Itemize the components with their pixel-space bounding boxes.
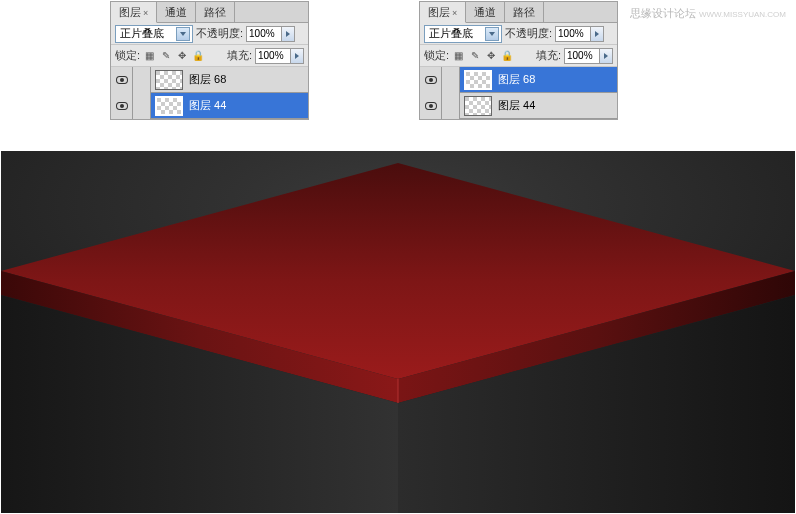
- lock-all-icon[interactable]: 🔒: [500, 49, 513, 62]
- lock-icons: ▦ ✎ ✥ 🔒: [452, 49, 513, 62]
- eye-icon: [116, 76, 128, 84]
- close-icon[interactable]: ×: [143, 8, 148, 18]
- layer-row[interactable]: 图层 44: [420, 93, 617, 119]
- opacity-label: 不透明度:: [196, 26, 243, 41]
- opacity-input[interactable]: 100%: [555, 26, 604, 42]
- link-column[interactable]: [442, 67, 460, 93]
- panel-tabs: 图层× 通道 路径: [111, 2, 308, 23]
- layer-row[interactable]: 图层 68: [420, 67, 617, 93]
- panel-tabs: 图层× 通道 路径: [420, 2, 617, 23]
- link-column[interactable]: [133, 67, 151, 93]
- tab-channels[interactable]: 通道: [157, 2, 196, 22]
- chevron-down-icon: [176, 27, 190, 41]
- blend-mode-select[interactable]: 正片叠底: [424, 25, 502, 43]
- fill-input[interactable]: 100%: [564, 48, 613, 64]
- fill-label: 填充:: [227, 48, 252, 63]
- layer-thumbnail[interactable]: [464, 70, 492, 90]
- layer-thumbnail[interactable]: [155, 70, 183, 90]
- layer-name: 图层 68: [187, 72, 226, 87]
- fill-input[interactable]: 100%: [255, 48, 304, 64]
- visibility-toggle[interactable]: [420, 93, 442, 119]
- blend-row: 正片叠底 不透明度: 100%: [111, 23, 308, 45]
- layers-panel-right: 图层× 通道 路径 正片叠底 不透明度: 100% 锁定: ▦ ✎ ✥ 🔒 填充…: [419, 1, 618, 120]
- layer-row[interactable]: 图层 44: [111, 93, 308, 119]
- blend-row: 正片叠底 不透明度: 100%: [420, 23, 617, 45]
- tab-paths[interactable]: 路径: [505, 2, 544, 22]
- watermark-main: 思缘设计论坛: [630, 7, 696, 19]
- lock-move-icon[interactable]: ✥: [175, 49, 188, 62]
- render-svg: [1, 151, 795, 513]
- lock-move-icon[interactable]: ✥: [484, 49, 497, 62]
- tab-paths[interactable]: 路径: [196, 2, 235, 22]
- arrow-right-icon[interactable]: [290, 49, 303, 63]
- eye-icon: [116, 102, 128, 110]
- eye-icon: [425, 76, 437, 84]
- lock-row: 锁定: ▦ ✎ ✥ 🔒 填充: 100%: [111, 45, 308, 67]
- layers-panel-left: 图层× 通道 路径 正片叠底 不透明度: 100% 锁定: ▦ ✎ ✥ 🔒 填充…: [110, 1, 309, 120]
- layers-list: 图层 68 图层 44: [111, 67, 308, 119]
- arrow-right-icon[interactable]: [599, 49, 612, 63]
- layer-name: 图层 44: [187, 98, 226, 113]
- lock-brush-icon[interactable]: ✎: [468, 49, 481, 62]
- arrow-right-icon[interactable]: [281, 27, 294, 41]
- blend-mode-value: 正片叠底: [120, 26, 164, 41]
- layer-name: 图层 68: [496, 72, 535, 87]
- arrow-right-icon[interactable]: [590, 27, 603, 41]
- blend-mode-select[interactable]: 正片叠底: [115, 25, 193, 43]
- watermark-sub: WWW.MISSYUAN.COM: [699, 10, 786, 19]
- visibility-toggle[interactable]: [420, 67, 442, 93]
- tab-layers-label: 图层: [428, 6, 450, 18]
- opacity-value: 100%: [556, 28, 590, 39]
- layer-row[interactable]: 图层 68: [111, 67, 308, 93]
- canvas-render: [1, 151, 795, 513]
- blend-mode-value: 正片叠底: [429, 26, 473, 41]
- chevron-down-icon: [485, 27, 499, 41]
- lock-pixels-icon[interactable]: ▦: [143, 49, 156, 62]
- layer-thumbnail[interactable]: [155, 96, 183, 116]
- lock-brush-icon[interactable]: ✎: [159, 49, 172, 62]
- tab-layers[interactable]: 图层×: [111, 2, 157, 23]
- lock-icons: ▦ ✎ ✥ 🔒: [143, 49, 204, 62]
- visibility-toggle[interactable]: [111, 67, 133, 93]
- fill-label: 填充:: [536, 48, 561, 63]
- close-icon[interactable]: ×: [452, 8, 457, 18]
- eye-icon: [425, 102, 437, 110]
- link-column[interactable]: [133, 93, 151, 119]
- tab-channels[interactable]: 通道: [466, 2, 505, 22]
- lock-all-icon[interactable]: 🔒: [191, 49, 204, 62]
- lock-row: 锁定: ▦ ✎ ✥ 🔒 填充: 100%: [420, 45, 617, 67]
- tab-layers[interactable]: 图层×: [420, 2, 466, 23]
- fill-value: 100%: [256, 50, 290, 61]
- opacity-input[interactable]: 100%: [246, 26, 295, 42]
- layer-thumbnail[interactable]: [464, 96, 492, 116]
- fill-value: 100%: [565, 50, 599, 61]
- lock-label: 锁定:: [115, 48, 140, 63]
- watermark: 思缘设计论坛 WWW.MISSYUAN.COM: [630, 6, 786, 21]
- lock-pixels-icon[interactable]: ▦: [452, 49, 465, 62]
- opacity-label: 不透明度:: [505, 26, 552, 41]
- layer-name: 图层 44: [496, 98, 535, 113]
- visibility-toggle[interactable]: [111, 93, 133, 119]
- layers-list: 图层 68 图层 44: [420, 67, 617, 119]
- tab-layers-label: 图层: [119, 6, 141, 18]
- link-column[interactable]: [442, 93, 460, 119]
- opacity-value: 100%: [247, 28, 281, 39]
- top-area: 思缘设计论坛 WWW.MISSYUAN.COM 图层× 通道 路径 正片叠底 不…: [0, 0, 796, 151]
- lock-label: 锁定:: [424, 48, 449, 63]
